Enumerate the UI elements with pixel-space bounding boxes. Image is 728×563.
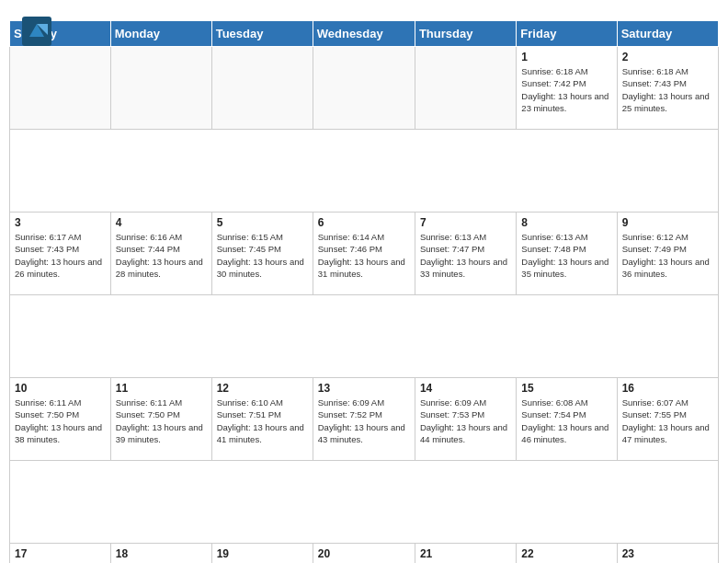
day-number: 8: [521, 216, 611, 229]
day-number: 17: [15, 547, 106, 560]
calendar-week-row: 1Sunrise: 6:18 AM Sunset: 7:42 PM Daylig…: [10, 47, 719, 130]
header-saturday: Saturday: [617, 21, 718, 47]
day-number: 1: [521, 51, 611, 63]
calendar-cell: 2Sunrise: 6:18 AM Sunset: 7:43 PM Daylig…: [617, 47, 718, 130]
header-friday: Friday: [517, 21, 617, 47]
week-separator: [10, 461, 719, 544]
calendar-cell: 5Sunrise: 6:15 AM Sunset: 7:45 PM Daylig…: [211, 213, 313, 295]
day-number: 5: [217, 216, 308, 229]
day-number: 14: [420, 382, 511, 395]
day-info: Sunrise: 6:11 AM Sunset: 7:50 PM Dayligh…: [116, 396, 207, 445]
calendar-cell: [313, 47, 415, 130]
calendar-cell: 14Sunrise: 6:09 AM Sunset: 7:53 PM Dayli…: [415, 378, 516, 461]
day-info: Sunrise: 6:17 AM Sunset: 7:43 PM Dayligh…: [15, 231, 106, 280]
calendar-week-row: 10Sunrise: 6:11 AM Sunset: 7:50 PM Dayli…: [10, 378, 719, 461]
calendar-cell: [110, 47, 211, 130]
calendar-cell: [10, 47, 111, 130]
header-monday: Monday: [110, 21, 211, 47]
day-number: 3: [15, 216, 106, 229]
calendar-table: Sunday Monday Tuesday Wednesday Thursday…: [9, 20, 719, 563]
day-info: Sunrise: 6:07 AM Sunset: 7:55 PM Dayligh…: [622, 396, 713, 445]
day-number: 6: [318, 216, 410, 229]
logo: [22, 17, 55, 46]
calendar-cell: 21Sunrise: 6:05 AM Sunset: 8:00 PM Dayli…: [415, 544, 516, 564]
day-number: 19: [217, 547, 308, 560]
header-thursday: Thursday: [415, 21, 516, 47]
day-info: Sunrise: 6:16 AM Sunset: 7:44 PM Dayligh…: [116, 231, 207, 280]
calendar-cell: 12Sunrise: 6:10 AM Sunset: 7:51 PM Dayli…: [211, 378, 313, 461]
calendar-cell: 20Sunrise: 6:06 AM Sunset: 7:59 PM Dayli…: [313, 544, 415, 564]
header-tuesday: Tuesday: [211, 21, 313, 47]
page-header: [0, 0, 728, 20]
calendar-cell: 4Sunrise: 6:16 AM Sunset: 7:44 PM Daylig…: [110, 213, 211, 295]
day-number: 18: [116, 547, 207, 560]
calendar-cell: 6Sunrise: 6:14 AM Sunset: 7:46 PM Daylig…: [313, 213, 415, 295]
day-number: 9: [622, 216, 713, 229]
calendar-cell: 13Sunrise: 6:09 AM Sunset: 7:52 PM Dayli…: [313, 378, 415, 461]
calendar-cell: 19Sunrise: 6:06 AM Sunset: 7:58 PM Dayli…: [211, 544, 313, 564]
calendar-cell: 16Sunrise: 6:07 AM Sunset: 7:55 PM Dayli…: [617, 378, 718, 461]
day-info: Sunrise: 6:15 AM Sunset: 7:45 PM Dayligh…: [217, 231, 308, 280]
day-number: 23: [622, 547, 713, 560]
calendar-cell: 15Sunrise: 6:08 AM Sunset: 7:54 PM Dayli…: [517, 378, 617, 461]
day-number: 2: [622, 51, 713, 63]
day-number: 16: [622, 382, 713, 395]
day-info: Sunrise: 6:09 AM Sunset: 7:53 PM Dayligh…: [420, 396, 511, 445]
calendar-cell: 8Sunrise: 6:13 AM Sunset: 7:48 PM Daylig…: [517, 213, 617, 295]
calendar-cell: 22Sunrise: 6:05 AM Sunset: 8:00 PM Dayli…: [517, 544, 617, 564]
day-number: 21: [420, 547, 511, 560]
logo-icon: [22, 17, 51, 46]
day-info: Sunrise: 6:09 AM Sunset: 7:52 PM Dayligh…: [318, 396, 410, 445]
calendar-cell: 3Sunrise: 6:17 AM Sunset: 7:43 PM Daylig…: [10, 213, 111, 295]
day-info: Sunrise: 6:13 AM Sunset: 7:48 PM Dayligh…: [521, 231, 611, 280]
calendar-cell: 9Sunrise: 6:12 AM Sunset: 7:49 PM Daylig…: [617, 213, 718, 295]
calendar-header-row: Sunday Monday Tuesday Wednesday Thursday…: [10, 21, 719, 47]
week-separator: [10, 295, 719, 378]
calendar-week-row: 3Sunrise: 6:17 AM Sunset: 7:43 PM Daylig…: [10, 213, 719, 295]
day-number: 20: [318, 547, 410, 560]
day-number: 10: [15, 382, 106, 395]
day-info: Sunrise: 6:18 AM Sunset: 7:43 PM Dayligh…: [622, 65, 713, 114]
calendar-cell: 10Sunrise: 6:11 AM Sunset: 7:50 PM Dayli…: [10, 378, 111, 461]
day-info: Sunrise: 6:13 AM Sunset: 7:47 PM Dayligh…: [420, 231, 511, 280]
day-number: 11: [116, 382, 207, 395]
calendar-cell: 23Sunrise: 6:04 AM Sunset: 8:01 PM Dayli…: [617, 544, 718, 564]
day-info: Sunrise: 6:12 AM Sunset: 7:49 PM Dayligh…: [622, 231, 713, 280]
header-wednesday: Wednesday: [313, 21, 415, 47]
day-number: 22: [521, 547, 611, 560]
calendar-cell: 18Sunrise: 6:06 AM Sunset: 7:57 PM Dayli…: [110, 544, 211, 564]
calendar-cell: [415, 47, 516, 130]
calendar-cell: 11Sunrise: 6:11 AM Sunset: 7:50 PM Dayli…: [110, 378, 211, 461]
calendar-cell: 7Sunrise: 6:13 AM Sunset: 7:47 PM Daylig…: [415, 213, 516, 295]
day-info: Sunrise: 6:11 AM Sunset: 7:50 PM Dayligh…: [15, 396, 106, 445]
calendar-cell: [211, 47, 313, 130]
day-number: 12: [217, 382, 308, 395]
calendar-cell: 17Sunrise: 6:07 AM Sunset: 7:56 PM Dayli…: [10, 544, 111, 564]
day-number: 15: [521, 382, 611, 395]
calendar-week-row: 17Sunrise: 6:07 AM Sunset: 7:56 PM Dayli…: [10, 544, 719, 564]
day-number: 13: [318, 382, 410, 395]
day-info: Sunrise: 6:08 AM Sunset: 7:54 PM Dayligh…: [521, 396, 611, 445]
day-number: 7: [420, 216, 511, 229]
day-info: Sunrise: 6:14 AM Sunset: 7:46 PM Dayligh…: [318, 231, 410, 280]
day-info: Sunrise: 6:18 AM Sunset: 7:42 PM Dayligh…: [521, 65, 611, 114]
calendar-container: Sunday Monday Tuesday Wednesday Thursday…: [0, 20, 728, 563]
day-number: 4: [116, 216, 207, 229]
calendar-cell: 1Sunrise: 6:18 AM Sunset: 7:42 PM Daylig…: [517, 47, 617, 130]
day-info: Sunrise: 6:10 AM Sunset: 7:51 PM Dayligh…: [217, 396, 308, 445]
week-separator: [10, 130, 719, 213]
